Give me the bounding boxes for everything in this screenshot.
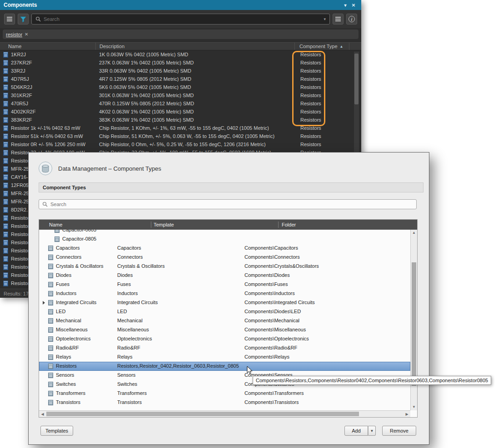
column-header-name[interactable]: Name <box>0 43 95 50</box>
component-icon <box>3 76 8 82</box>
panel-scrollbar-thumb[interactable] <box>354 54 359 104</box>
dialog-search-input[interactable] <box>50 202 413 207</box>
component-row[interactable]: Resistor 1k +/-1% 0402 63 mW Chip Resist… <box>0 124 361 132</box>
scroll-right-icon[interactable]: ▶ <box>403 411 410 417</box>
component-type-row[interactable]: Relays Relays Components\Relays <box>39 353 410 362</box>
component-type-row[interactable]: LED LED Components\Diodes\LED <box>39 307 410 316</box>
component-type-row[interactable]: Connectors Connectors Components\Connect… <box>39 253 410 262</box>
panel-menu-icon[interactable]: ▾ <box>341 3 349 8</box>
component-row[interactable]: 5D6KR2J 5K6 0.063W 5% 0402 (1005 Metric)… <box>0 83 361 91</box>
component-icon <box>3 240 8 246</box>
scroll-down-icon[interactable]: ▼ <box>411 405 417 409</box>
column-header-folder[interactable]: Folder <box>282 222 296 227</box>
component-row[interactable]: 1KR2J 1K 0.063W 5% 0402 (1005 Metric) SM… <box>0 50 361 59</box>
column-header-component-type[interactable]: Component Type ▲ <box>294 43 349 50</box>
component-type-row[interactable]: Transistors Transistors Components\Trans… <box>39 398 410 407</box>
component-row[interactable]: 470R5J 470R 0.125W 5% 0805 (2012 Metric)… <box>0 99 361 108</box>
component-icon <box>3 84 8 90</box>
component-type-icon <box>48 364 53 369</box>
component-type-row[interactable]: Integrated Circuits Integrated Circuits … <box>39 298 410 307</box>
type-name: Switches <box>56 381 76 387</box>
add-dropdown-icon[interactable]: ▼ <box>368 426 376 436</box>
component-icon <box>3 256 8 262</box>
component-type-row[interactable]: Crystals & Oscillators Crystals & Oscill… <box>39 262 410 271</box>
component-type-row[interactable]: Capacitors Capacitors Components\Capacit… <box>39 244 410 253</box>
component-description: Chip Resistor, 0 Ohm, +/- 5%, 0.25 W, -5… <box>95 142 294 147</box>
component-row[interactable]: 33R2J 33R 0.063W 5% 0402 (1005 Metric) S… <box>0 67 361 75</box>
type-template: Capacitors <box>117 245 141 251</box>
column-header-name[interactable]: Name <box>39 222 62 227</box>
vertical-scrollbar-thumb[interactable] <box>412 262 416 386</box>
component-type-cell: Resistors <box>294 142 349 147</box>
component-row[interactable]: 237KR2F 237K 0.063W 1% 0402 (1005 Metric… <box>0 59 361 67</box>
filter-chip-label: resistor <box>6 32 22 37</box>
component-name: Resistor 1k +/-1% 0402 63 mW <box>11 125 95 131</box>
column-header-template[interactable]: Template <box>154 222 174 227</box>
component-icon <box>3 68 8 74</box>
component-name: 1KR2J <box>11 52 95 57</box>
column-header-description[interactable]: Description <box>95 43 294 50</box>
component-type-row[interactable]: Resistors Resistors,Resistor_0402,Resist… <box>39 362 410 371</box>
component-type-row[interactable]: Diodes Diodes Components\Diodes <box>39 271 410 280</box>
component-icon <box>3 231 8 237</box>
filter-chip[interactable]: resistor ✕ <box>6 32 28 37</box>
templates-button[interactable]: Templates <box>40 426 73 436</box>
types-table-header: Name Template Folder <box>39 220 417 230</box>
component-row[interactable]: 383KR2F 383K 0.063W 1% 0402 (1005 Metric… <box>0 116 361 124</box>
type-folder: Components\Connectors <box>244 254 300 260</box>
components-grid-header: Name Description Component Type ▲ <box>0 42 361 50</box>
component-icon <box>3 207 8 213</box>
panel-title: Components <box>4 2 37 8</box>
component-row[interactable]: Resistor 0R +/- 5% 1206 250 mW Chip Resi… <box>0 140 361 148</box>
add-button[interactable]: Add <box>344 426 368 436</box>
component-description: 383K 0.063W 1% 0402 (1005 Metric) SMD <box>95 117 294 123</box>
panel-toolbar: ▾ i <box>0 10 361 28</box>
expand-arrow-icon[interactable] <box>43 301 45 305</box>
scroll-up-icon[interactable]: ▲ <box>411 231 417 235</box>
component-type-row[interactable]: Mechanical Mechanical Components\Mechani… <box>39 316 410 325</box>
component-type-cell: Resistors <box>294 117 349 123</box>
panel-titlebar: Components ▾ ✕ <box>0 0 361 10</box>
component-type-cell: Resistors <box>294 52 349 57</box>
filter-remove-icon[interactable]: ✕ <box>25 32 28 37</box>
component-type-row[interactable]: Fuses Fuses Components\Fuses <box>39 280 410 289</box>
info-button[interactable]: i <box>346 14 357 25</box>
component-row[interactable]: 4D02KR2F 4K02 0.063W 1% 0402 (1005 Metri… <box>0 108 361 116</box>
component-type-row[interactable]: Inductors Inductors Components\Inductors <box>39 289 410 298</box>
component-type-row[interactable]: Capacitor-0805 <box>39 235 410 244</box>
list-view-button[interactable] <box>4 14 15 25</box>
type-name: Relays <box>56 354 71 359</box>
dialog-search-box[interactable] <box>39 199 417 209</box>
results-count: Results: 17 <box>4 291 29 296</box>
filter-button[interactable] <box>18 14 29 25</box>
type-template: Diodes <box>117 272 133 278</box>
type-name: Capacitor-0603 <box>62 230 96 232</box>
sort-ascending-icon: ▲ <box>340 44 344 49</box>
component-type-row[interactable]: Capacitor-0603 <box>39 230 410 235</box>
remove-button[interactable]: Remove <box>382 426 416 436</box>
component-type-icon <box>48 373 53 378</box>
type-template: Radio&RF <box>117 345 140 350</box>
component-type-cell: Resistors <box>294 101 349 106</box>
scroll-left-icon[interactable]: ◀ <box>39 411 46 417</box>
component-row[interactable]: 301KR2F 301K 0.063W 1% 0402 (1005 Metric… <box>0 91 361 99</box>
component-row[interactable]: 4D7R5J 4R7 0.125W 5% 0805 (2012 Metric) … <box>0 75 361 83</box>
column-separator <box>151 222 151 228</box>
component-type-row[interactable]: Transformers Transformers Components\Tra… <box>39 389 410 398</box>
component-description: 1K 0.063W 5% 0402 (1005 Metric) SMD <box>95 52 294 57</box>
display-options-button[interactable] <box>333 14 344 25</box>
search-box[interactable]: ▾ <box>31 14 330 25</box>
type-folder: Components\Transistors <box>244 399 299 405</box>
component-type-row[interactable]: Miscellaneous Miscellaneous Components\M… <box>39 325 410 335</box>
component-name: 4D7R5J <box>11 76 95 82</box>
types-horizontal-scrollbar[interactable]: ◀ ▶ <box>39 410 410 417</box>
component-type-row[interactable]: Optoelectronics Optoelectronics Componen… <box>39 335 410 344</box>
search-dropdown-icon[interactable]: ▾ <box>324 17 326 21</box>
panel-close-icon[interactable]: ✕ <box>349 3 358 8</box>
search-input[interactable] <box>44 16 321 22</box>
type-template: Transformers <box>117 390 147 396</box>
horizontal-scrollbar-thumb[interactable] <box>46 412 359 416</box>
type-folder: Components\Fuses <box>244 281 288 287</box>
component-row[interactable]: Resistor 51k +/-5% 0402 63 mW Chip Resis… <box>0 132 361 140</box>
component-type-row[interactable]: Radio&RF Radio&RF Components\Radio&RF <box>39 344 410 353</box>
